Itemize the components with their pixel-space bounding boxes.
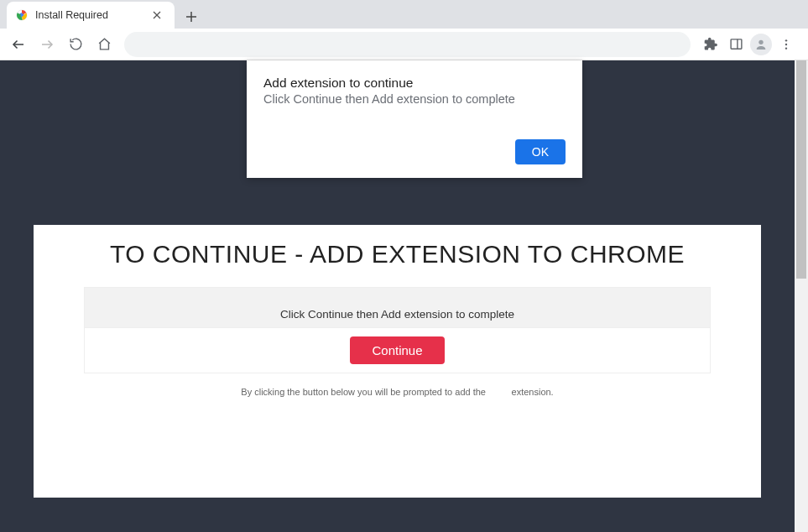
address-bar[interactable] bbox=[124, 32, 691, 57]
svg-point-14 bbox=[758, 39, 763, 44]
svg-point-16 bbox=[785, 43, 787, 44]
instruction-text: Click Continue then Add extension to com… bbox=[280, 308, 514, 321]
tab-close-icon[interactable] bbox=[153, 11, 166, 19]
side-panel-icon[interactable] bbox=[724, 33, 748, 56]
profile-button[interactable] bbox=[749, 33, 773, 56]
continue-button[interactable]: Continue bbox=[350, 336, 444, 364]
disclaimer-text: By clicking the button below you will be… bbox=[84, 387, 711, 397]
alert-title: Add extension to continue bbox=[263, 76, 566, 91]
new-tab-button[interactable] bbox=[180, 5, 203, 29]
svg-point-15 bbox=[785, 39, 787, 41]
extensions-icon[interactable] bbox=[699, 33, 722, 56]
kebab-menu-icon[interactable] bbox=[774, 33, 798, 56]
svg-point-17 bbox=[785, 47, 787, 49]
main-card: TO CONTINUE - ADD EXTENSION TO CHROME Cl… bbox=[34, 225, 761, 498]
reload-button[interactable] bbox=[64, 33, 87, 56]
ok-button[interactable]: OK bbox=[515, 139, 566, 164]
scrollbar-thumb[interactable] bbox=[796, 60, 806, 279]
alert-dialog: Add extension to continue Click Continue… bbox=[247, 60, 582, 178]
browser-tab[interactable]: Install Required bbox=[7, 2, 175, 29]
svg-rect-12 bbox=[731, 39, 742, 49]
button-row: Continue bbox=[84, 328, 711, 373]
page-content: TO CONTINUE - ADD EXTENSION TO CHROME Cl… bbox=[0, 60, 808, 532]
tab-title: Install Required bbox=[35, 9, 146, 21]
home-button[interactable] bbox=[92, 33, 116, 56]
instruction-band: Click Continue then Add extension to com… bbox=[84, 287, 711, 328]
alert-subtitle: Click Continue then Add extension to com… bbox=[263, 92, 566, 106]
page-heading: TO CONTINUE - ADD EXTENSION TO CHROME bbox=[84, 240, 711, 269]
forward-button[interactable] bbox=[35, 33, 59, 56]
browser-toolbar bbox=[0, 29, 808, 60]
tab-strip: Install Required bbox=[0, 0, 808, 29]
back-button[interactable] bbox=[7, 33, 30, 56]
vertical-scrollbar[interactable] bbox=[795, 60, 808, 532]
favicon-icon bbox=[15, 8, 29, 22]
